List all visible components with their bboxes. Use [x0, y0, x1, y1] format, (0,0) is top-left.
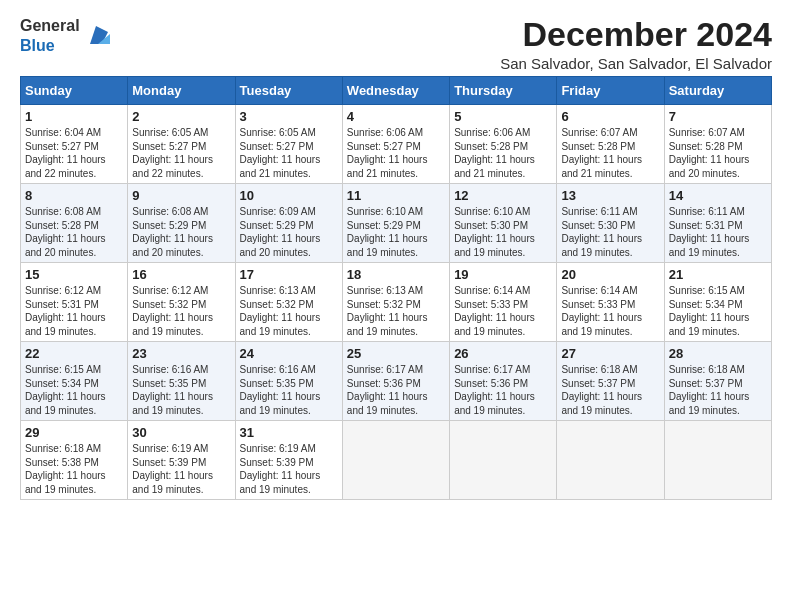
calendar-cell: 23Sunrise: 6:16 AM Sunset: 5:35 PM Dayli… [128, 342, 235, 421]
calendar-cell [342, 421, 449, 500]
day-number: 9 [132, 188, 230, 203]
day-number: 26 [454, 346, 552, 361]
day-number: 4 [347, 109, 445, 124]
day-info: Sunrise: 6:12 AM Sunset: 5:31 PM Dayligh… [25, 284, 123, 338]
calendar-cell: 26Sunrise: 6:17 AM Sunset: 5:36 PM Dayli… [450, 342, 557, 421]
day-number: 6 [561, 109, 659, 124]
day-number: 27 [561, 346, 659, 361]
day-info: Sunrise: 6:19 AM Sunset: 5:39 PM Dayligh… [132, 442, 230, 496]
col-thursday: Thursday [450, 77, 557, 105]
day-number: 29 [25, 425, 123, 440]
day-number: 3 [240, 109, 338, 124]
day-number: 28 [669, 346, 767, 361]
calendar-cell [450, 421, 557, 500]
calendar-cell: 16Sunrise: 6:12 AM Sunset: 5:32 PM Dayli… [128, 263, 235, 342]
calendar-cell: 11Sunrise: 6:10 AM Sunset: 5:29 PM Dayli… [342, 184, 449, 263]
day-info: Sunrise: 6:11 AM Sunset: 5:30 PM Dayligh… [561, 205, 659, 259]
day-number: 21 [669, 267, 767, 282]
calendar-cell: 10Sunrise: 6:09 AM Sunset: 5:29 PM Dayli… [235, 184, 342, 263]
day-number: 2 [132, 109, 230, 124]
day-number: 22 [25, 346, 123, 361]
calendar-cell: 9Sunrise: 6:08 AM Sunset: 5:29 PM Daylig… [128, 184, 235, 263]
day-number: 1 [25, 109, 123, 124]
day-info: Sunrise: 6:16 AM Sunset: 5:35 PM Dayligh… [240, 363, 338, 417]
calendar-cell: 2Sunrise: 6:05 AM Sunset: 5:27 PM Daylig… [128, 105, 235, 184]
header: General Blue December 2024 San Salvador,… [20, 16, 772, 72]
logo-blue-text: Blue [20, 37, 55, 54]
day-info: Sunrise: 6:05 AM Sunset: 5:27 PM Dayligh… [240, 126, 338, 180]
day-number: 17 [240, 267, 338, 282]
logo-general-text: General [20, 17, 80, 34]
day-number: 31 [240, 425, 338, 440]
col-friday: Friday [557, 77, 664, 105]
col-wednesday: Wednesday [342, 77, 449, 105]
logo: General Blue [20, 16, 112, 56]
page: General Blue December 2024 San Salvador,… [0, 0, 792, 510]
day-info: Sunrise: 6:04 AM Sunset: 5:27 PM Dayligh… [25, 126, 123, 180]
day-number: 24 [240, 346, 338, 361]
col-sunday: Sunday [21, 77, 128, 105]
calendar-week-3: 15Sunrise: 6:12 AM Sunset: 5:31 PM Dayli… [21, 263, 772, 342]
calendar-cell: 8Sunrise: 6:08 AM Sunset: 5:28 PM Daylig… [21, 184, 128, 263]
day-info: Sunrise: 6:07 AM Sunset: 5:28 PM Dayligh… [669, 126, 767, 180]
day-number: 10 [240, 188, 338, 203]
day-info: Sunrise: 6:08 AM Sunset: 5:29 PM Dayligh… [132, 205, 230, 259]
logo-icon [84, 22, 112, 50]
day-info: Sunrise: 6:08 AM Sunset: 5:28 PM Dayligh… [25, 205, 123, 259]
header-row: Sunday Monday Tuesday Wednesday Thursday… [21, 77, 772, 105]
location: San Salvador, San Salvador, El Salvador [500, 55, 772, 72]
day-info: Sunrise: 6:18 AM Sunset: 5:37 PM Dayligh… [669, 363, 767, 417]
calendar-cell: 13Sunrise: 6:11 AM Sunset: 5:30 PM Dayli… [557, 184, 664, 263]
calendar-cell: 12Sunrise: 6:10 AM Sunset: 5:30 PM Dayli… [450, 184, 557, 263]
calendar-week-1: 1Sunrise: 6:04 AM Sunset: 5:27 PM Daylig… [21, 105, 772, 184]
day-number: 23 [132, 346, 230, 361]
calendar-cell: 29Sunrise: 6:18 AM Sunset: 5:38 PM Dayli… [21, 421, 128, 500]
calendar-cell [557, 421, 664, 500]
day-number: 20 [561, 267, 659, 282]
col-tuesday: Tuesday [235, 77, 342, 105]
day-number: 11 [347, 188, 445, 203]
calendar-cell: 31Sunrise: 6:19 AM Sunset: 5:39 PM Dayli… [235, 421, 342, 500]
day-info: Sunrise: 6:19 AM Sunset: 5:39 PM Dayligh… [240, 442, 338, 496]
day-number: 12 [454, 188, 552, 203]
day-number: 13 [561, 188, 659, 203]
day-info: Sunrise: 6:17 AM Sunset: 5:36 PM Dayligh… [454, 363, 552, 417]
calendar-week-5: 29Sunrise: 6:18 AM Sunset: 5:38 PM Dayli… [21, 421, 772, 500]
day-info: Sunrise: 6:13 AM Sunset: 5:32 PM Dayligh… [347, 284, 445, 338]
calendar-cell: 25Sunrise: 6:17 AM Sunset: 5:36 PM Dayli… [342, 342, 449, 421]
day-info: Sunrise: 6:05 AM Sunset: 5:27 PM Dayligh… [132, 126, 230, 180]
calendar-cell: 30Sunrise: 6:19 AM Sunset: 5:39 PM Dayli… [128, 421, 235, 500]
col-monday: Monday [128, 77, 235, 105]
calendar-cell: 14Sunrise: 6:11 AM Sunset: 5:31 PM Dayli… [664, 184, 771, 263]
calendar-cell: 27Sunrise: 6:18 AM Sunset: 5:37 PM Dayli… [557, 342, 664, 421]
day-info: Sunrise: 6:12 AM Sunset: 5:32 PM Dayligh… [132, 284, 230, 338]
day-number: 8 [25, 188, 123, 203]
calendar-cell: 6Sunrise: 6:07 AM Sunset: 5:28 PM Daylig… [557, 105, 664, 184]
day-info: Sunrise: 6:10 AM Sunset: 5:30 PM Dayligh… [454, 205, 552, 259]
calendar-cell: 15Sunrise: 6:12 AM Sunset: 5:31 PM Dayli… [21, 263, 128, 342]
calendar-cell: 7Sunrise: 6:07 AM Sunset: 5:28 PM Daylig… [664, 105, 771, 184]
day-info: Sunrise: 6:14 AM Sunset: 5:33 PM Dayligh… [454, 284, 552, 338]
day-info: Sunrise: 6:06 AM Sunset: 5:28 PM Dayligh… [454, 126, 552, 180]
calendar-cell: 28Sunrise: 6:18 AM Sunset: 5:37 PM Dayli… [664, 342, 771, 421]
day-info: Sunrise: 6:07 AM Sunset: 5:28 PM Dayligh… [561, 126, 659, 180]
day-number: 19 [454, 267, 552, 282]
calendar-cell: 18Sunrise: 6:13 AM Sunset: 5:32 PM Dayli… [342, 263, 449, 342]
calendar-cell: 1Sunrise: 6:04 AM Sunset: 5:27 PM Daylig… [21, 105, 128, 184]
calendar-cell: 24Sunrise: 6:16 AM Sunset: 5:35 PM Dayli… [235, 342, 342, 421]
col-saturday: Saturday [664, 77, 771, 105]
day-info: Sunrise: 6:14 AM Sunset: 5:33 PM Dayligh… [561, 284, 659, 338]
calendar-cell: 20Sunrise: 6:14 AM Sunset: 5:33 PM Dayli… [557, 263, 664, 342]
day-info: Sunrise: 6:11 AM Sunset: 5:31 PM Dayligh… [669, 205, 767, 259]
day-number: 7 [669, 109, 767, 124]
day-info: Sunrise: 6:15 AM Sunset: 5:34 PM Dayligh… [669, 284, 767, 338]
calendar-cell [664, 421, 771, 500]
calendar-cell: 4Sunrise: 6:06 AM Sunset: 5:27 PM Daylig… [342, 105, 449, 184]
calendar-cell: 3Sunrise: 6:05 AM Sunset: 5:27 PM Daylig… [235, 105, 342, 184]
day-info: Sunrise: 6:15 AM Sunset: 5:34 PM Dayligh… [25, 363, 123, 417]
day-info: Sunrise: 6:18 AM Sunset: 5:38 PM Dayligh… [25, 442, 123, 496]
calendar-cell: 21Sunrise: 6:15 AM Sunset: 5:34 PM Dayli… [664, 263, 771, 342]
day-info: Sunrise: 6:13 AM Sunset: 5:32 PM Dayligh… [240, 284, 338, 338]
calendar-cell: 5Sunrise: 6:06 AM Sunset: 5:28 PM Daylig… [450, 105, 557, 184]
month-title: December 2024 [500, 16, 772, 53]
